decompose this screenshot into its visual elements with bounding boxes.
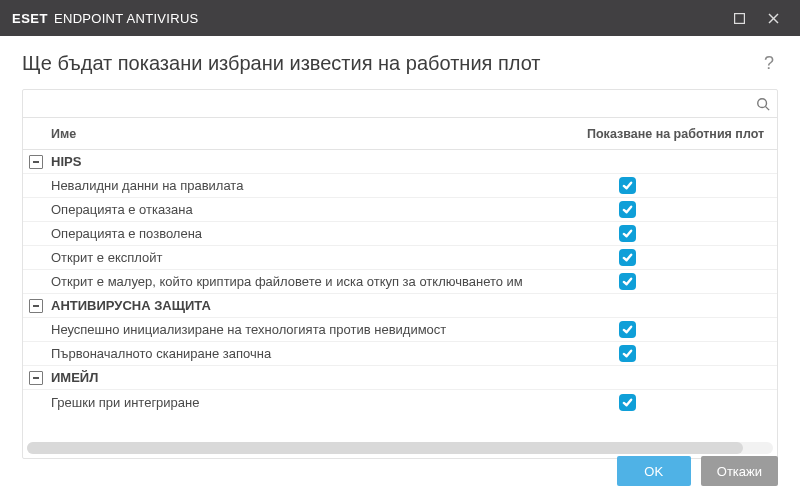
checkbox-cell (587, 177, 777, 194)
list-item[interactable]: Операцията е отказана (23, 198, 777, 222)
checkbox[interactable] (619, 201, 636, 218)
brand-eset: ESET (12, 11, 48, 26)
window-minimize-icon[interactable] (722, 0, 756, 36)
checkbox-cell (587, 273, 777, 290)
checkbox[interactable] (619, 345, 636, 362)
list-item[interactable]: Неуспешно инициализиране на технологията… (23, 318, 777, 342)
checkbox-cell (587, 321, 777, 338)
group-label: АНТИВИРУСНА ЗАЩИТА (51, 298, 587, 313)
checkbox[interactable] (619, 225, 636, 242)
checkbox[interactable] (619, 249, 636, 266)
list-item[interactable]: Първоначалното сканиране започна (23, 342, 777, 366)
item-label: Невалидни данни на правилата (51, 178, 587, 193)
item-label: Неуспешно инициализиране на технологията… (51, 322, 587, 337)
list-item[interactable]: Открит е експлойт (23, 246, 777, 270)
collapse-icon[interactable] (29, 299, 43, 313)
brand-product: ENDPOINT ANTIVIRUS (54, 11, 199, 26)
checkbox-cell (587, 394, 777, 411)
item-label: Открит е експлойт (51, 250, 587, 265)
cancel-button-label: Откажи (717, 464, 762, 479)
list-item[interactable]: Грешки при интегриране (23, 390, 777, 414)
group-row[interactable]: HIPS (23, 150, 777, 174)
collapse-icon[interactable] (29, 371, 43, 385)
column-name: Име (23, 127, 587, 141)
dialog-header: Ще бъдат показани избрани известия на ра… (0, 36, 800, 89)
ok-button-label: OK (644, 464, 663, 479)
search-bar (23, 90, 777, 118)
column-show: Показване на работния плот (587, 127, 777, 141)
item-label: Операцията е отказана (51, 202, 587, 217)
collapse-icon[interactable] (29, 155, 43, 169)
notifications-panel: Име Показване на работния плот HIPSНевал… (22, 89, 778, 459)
item-label: Грешки при интегриране (51, 395, 587, 410)
checkbox[interactable] (619, 321, 636, 338)
item-label: Открит е малуер, който криптира файловет… (51, 274, 587, 289)
group-row[interactable]: ИМЕЙЛ (23, 366, 777, 390)
cancel-button[interactable]: Откажи (701, 456, 778, 486)
search-input[interactable] (23, 91, 749, 117)
rows-container[interactable]: HIPSНевалидни данни на правилатаОперация… (23, 150, 777, 440)
group-row[interactable]: АНТИВИРУСНА ЗАЩИТА (23, 294, 777, 318)
item-label: Операцията е позволена (51, 226, 587, 241)
svg-rect-0 (734, 13, 744, 23)
svg-line-4 (766, 106, 770, 110)
list-item[interactable]: Операцията е позволена (23, 222, 777, 246)
item-label: Първоначалното сканиране започна (51, 346, 587, 361)
checkbox[interactable] (619, 273, 636, 290)
checkbox-cell (587, 225, 777, 242)
help-icon[interactable]: ? (760, 53, 778, 74)
checkbox-cell (587, 201, 777, 218)
search-icon[interactable] (749, 90, 777, 118)
group-label: HIPS (51, 154, 587, 169)
checkbox[interactable] (619, 394, 636, 411)
titlebar: ESET ENDPOINT ANTIVIRUS (0, 0, 800, 36)
svg-point-3 (758, 98, 767, 107)
group-label: ИМЕЙЛ (51, 370, 587, 385)
list-item[interactable]: Невалидни данни на правилата (23, 174, 777, 198)
window-close-icon[interactable] (756, 0, 790, 36)
page-title: Ще бъдат показани избрани известия на ра… (22, 52, 760, 75)
checkbox-cell (587, 249, 777, 266)
brand: ESET ENDPOINT ANTIVIRUS (12, 11, 199, 26)
ok-button[interactable]: OK (617, 456, 691, 486)
list-item[interactable]: Открит е малуер, който криптира файловет… (23, 270, 777, 294)
column-headers: Име Показване на работния плот (23, 118, 777, 150)
checkbox[interactable] (619, 177, 636, 194)
dialog-footer: OK Откажи (0, 442, 800, 500)
checkbox-cell (587, 345, 777, 362)
